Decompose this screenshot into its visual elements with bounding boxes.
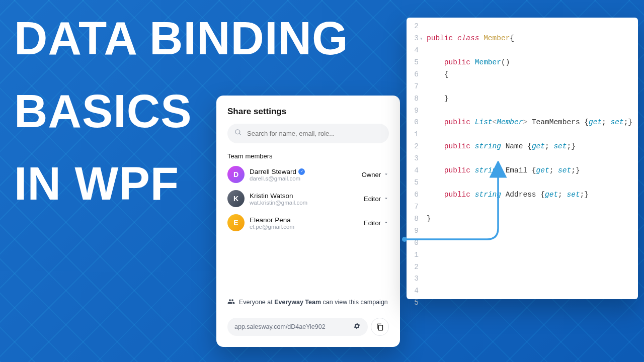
line-number: 1 bbox=[407, 249, 420, 261]
title-line-1: DATA BINDING bbox=[14, 14, 348, 63]
share-link-row: app.salesway.com/dD4aeYie902 bbox=[227, 318, 389, 336]
code-text bbox=[427, 297, 638, 309]
code-line: 5 bbox=[407, 177, 638, 189]
role-select[interactable]: Editor bbox=[364, 219, 389, 227]
member-info: Kristin Watson wat.kristin@gmail.com bbox=[250, 192, 359, 206]
member-row: D Darrell Steward darell.s@gmail.com Own… bbox=[227, 166, 389, 183]
line-number: 5 bbox=[407, 177, 420, 189]
line-number: 4 bbox=[407, 285, 420, 297]
fold-indicator bbox=[420, 81, 427, 93]
code-line: 2 public string Name {get; set;} bbox=[407, 141, 638, 153]
fold-indicator bbox=[420, 285, 427, 297]
fold-indicator bbox=[420, 117, 427, 129]
fold-indicator bbox=[420, 273, 427, 285]
fold-indicator bbox=[420, 237, 427, 249]
code-text bbox=[427, 129, 638, 141]
share-link-box[interactable]: app.salesway.com/dD4aeYie902 bbox=[227, 318, 368, 336]
code-text bbox=[427, 261, 638, 274]
code-line: 2 bbox=[407, 261, 638, 274]
code-line: 7 bbox=[407, 201, 638, 213]
code-text bbox=[427, 45, 638, 57]
line-number: 6 bbox=[407, 189, 420, 201]
fold-indicator bbox=[420, 201, 427, 213]
fold-indicator bbox=[420, 141, 427, 153]
code-line: 3 bbox=[407, 153, 638, 165]
code-line: 1 bbox=[407, 129, 638, 141]
line-number: 7 bbox=[407, 81, 420, 93]
members-list: D Darrell Steward darell.s@gmail.com Own… bbox=[227, 166, 389, 231]
line-number: 1 bbox=[407, 129, 420, 141]
code-text: public string Name {get; set;} bbox=[427, 141, 638, 153]
search-field[interactable] bbox=[227, 124, 389, 143]
search-icon bbox=[234, 129, 247, 138]
code-text: public string Email {get; set;} bbox=[427, 165, 638, 177]
member-row: K Kristin Watson wat.kristin@gmail.com E… bbox=[227, 190, 389, 207]
avatar: E bbox=[227, 214, 245, 231]
code-text: public List<Member> TeamMembers {get; se… bbox=[427, 117, 638, 129]
code-text bbox=[427, 285, 638, 297]
share-settings-card: Share settings Team members D Darrell St… bbox=[216, 96, 400, 347]
code-line: 1 bbox=[407, 249, 638, 261]
line-number: 3 bbox=[407, 33, 420, 45]
chevron-down-icon bbox=[383, 195, 389, 203]
code-line: 8} bbox=[407, 213, 638, 225]
line-number: 6 bbox=[407, 69, 420, 81]
line-number: 0 bbox=[407, 237, 420, 249]
code-line: 6 public string Address {get; set;} bbox=[407, 189, 638, 201]
gear-icon[interactable] bbox=[353, 322, 361, 331]
code-text bbox=[427, 105, 638, 117]
member-row: E Eleanor Pena el.pe@gmail.com Editor bbox=[227, 214, 389, 231]
fold-indicator bbox=[420, 177, 427, 189]
share-heading: Share settings bbox=[227, 107, 389, 117]
fold-indicator bbox=[420, 129, 427, 141]
code-line: 5 public Member() bbox=[407, 57, 638, 69]
fold-indicator bbox=[420, 249, 427, 261]
code-text bbox=[427, 81, 638, 93]
fold-indicator bbox=[420, 93, 427, 105]
member-email: wat.kristin@gmail.com bbox=[250, 200, 359, 206]
code-text bbox=[427, 201, 638, 213]
fold-indicator bbox=[420, 213, 427, 225]
code-text bbox=[427, 177, 638, 189]
code-text bbox=[427, 21, 638, 33]
code-line: 0 bbox=[407, 237, 638, 249]
chevron-down-icon bbox=[383, 219, 389, 227]
member-email: darell.s@gmail.com bbox=[250, 175, 357, 182]
role-select[interactable]: Owner bbox=[362, 171, 389, 178]
line-number: 8 bbox=[407, 213, 420, 225]
search-input[interactable] bbox=[247, 130, 382, 137]
code-line: 9 bbox=[407, 105, 638, 117]
everyone-text: Everyone at Everyway Team can view this … bbox=[239, 299, 388, 306]
fold-indicator bbox=[420, 105, 427, 117]
code-text: { bbox=[427, 69, 638, 81]
member-name: Kristin Watson bbox=[250, 192, 359, 200]
code-line: 4 public string Email {get; set;} bbox=[407, 165, 638, 177]
role-select[interactable]: Editor bbox=[364, 195, 389, 203]
line-number: 3 bbox=[407, 153, 420, 165]
code-text bbox=[427, 225, 638, 237]
line-number: 3 bbox=[407, 273, 420, 285]
code-line: 3▾public class Member{ bbox=[407, 33, 638, 45]
line-number: 2 bbox=[407, 21, 420, 33]
line-number: 0 bbox=[407, 117, 420, 129]
people-icon bbox=[227, 298, 235, 307]
avatar: D bbox=[227, 166, 245, 183]
line-number: 4 bbox=[407, 45, 420, 57]
everyone-access-row: Everyone at Everyway Team can view this … bbox=[227, 294, 389, 311]
fold-indicator bbox=[420, 189, 427, 201]
line-number: 8 bbox=[407, 93, 420, 105]
code-text: } bbox=[427, 213, 638, 225]
fold-indicator bbox=[420, 297, 427, 309]
code-text: public string Address {get; set;} bbox=[427, 189, 638, 201]
member-info: Darrell Steward darell.s@gmail.com bbox=[250, 168, 357, 182]
fold-indicator bbox=[420, 225, 427, 237]
code-line: 5 bbox=[407, 297, 638, 309]
code-line: 4 bbox=[407, 45, 638, 57]
line-number: 9 bbox=[407, 105, 420, 117]
member-email: el.pe@gmail.com bbox=[250, 224, 359, 230]
code-text bbox=[427, 273, 638, 285]
copy-button[interactable] bbox=[371, 318, 389, 336]
code-line: 3 bbox=[407, 273, 638, 285]
line-number: 2 bbox=[407, 261, 420, 274]
code-text: } bbox=[427, 93, 638, 105]
